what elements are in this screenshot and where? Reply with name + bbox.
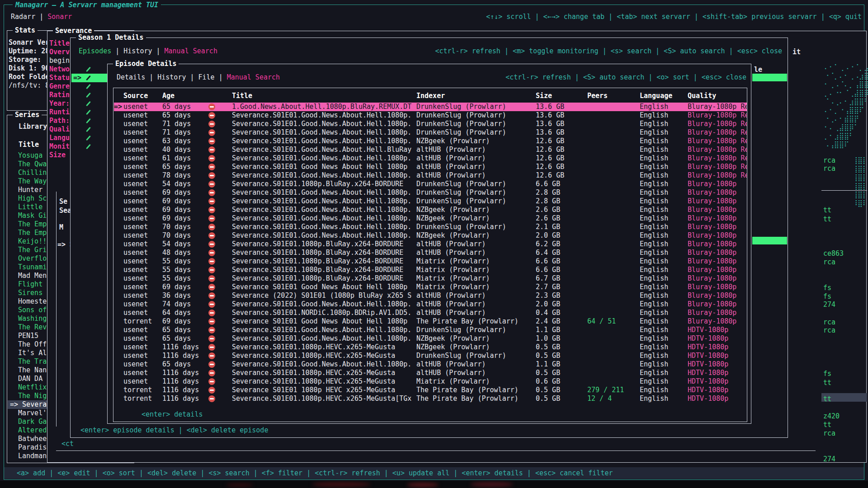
cell-indexer: DrunkenSlug (Prowlarr)	[416, 352, 536, 360]
cell-indexer: Miatrix (Prowlarr)	[416, 377, 536, 386]
search-result-row[interactable]: usenet 54 days Severance.S01E01.1080p.Bl…	[114, 180, 747, 188]
rejection-icon	[208, 223, 232, 231]
cell-quality: Bluray-1080p Re	[688, 120, 747, 128]
search-result-row[interactable]: usenet 71 days Severance.S01E01.Good.New…	[114, 120, 747, 128]
cell-quality: Bluray-1080p	[688, 231, 747, 240]
cell-quality: HDTV-1080p	[688, 326, 747, 334]
search-result-row[interactable]: torrent 1116 days Severance S01E01 1080p…	[114, 386, 747, 394]
search-result-row[interactable]: usenet 40 days Severance.S01E01.Good.New…	[114, 145, 747, 154]
search-result-row[interactable]: usenet 36 days Severance (2022) S01E01 (…	[114, 291, 747, 300]
search-result-row[interactable]: usenet 65 days Severance.S01E01.Good.New…	[114, 326, 747, 334]
search-result-row[interactable]: usenet 48 days Severance.S01E01.1080p.Bl…	[114, 249, 747, 257]
search-result-row[interactable]: usenet 1116 days Severance.S01E01.1080p.…	[114, 377, 747, 386]
season-modal-tab[interactable]: Manual Search	[165, 47, 217, 55]
search-result-row[interactable]: usenet 78 days Severance.S01E01.Good.New…	[114, 171, 747, 180]
servarr-tab[interactable]: Radarr	[11, 13, 47, 21]
search-result-row[interactable]: usenet 69 days Severance.S01E01.Good.New…	[114, 206, 747, 214]
episode-row-fragment[interactable]	[71, 142, 108, 151]
cell-age: 1116 days	[162, 394, 208, 403]
cell-size: 2.1 GB	[536, 223, 587, 231]
search-result-row[interactable]: usenet 63 days Severance.S01E01.Good.New…	[114, 137, 747, 145]
search-result-row[interactable]: usenet 70 days Severance.S01E01.Good.New…	[114, 223, 747, 231]
tab-library[interactable]: Library	[19, 122, 47, 131]
search-result-row[interactable]: usenet 64 days Severance.S01E01.NORDiC.1…	[114, 309, 747, 317]
detail-field-label: Year:	[49, 99, 72, 108]
app-title: Managarr — A Servarr management TUI	[13, 1, 161, 9]
search-result-row[interactable]: usenet 55 days Severance.S01E01.1080p.Bl…	[114, 274, 747, 283]
cell-age: 1116 days	[162, 369, 208, 377]
cell-source: torrent	[123, 386, 162, 394]
rejection-icon	[208, 326, 232, 334]
cell-language: English	[640, 300, 688, 309]
episode-modal-tab[interactable]: File	[198, 73, 227, 81]
search-result-row[interactable]: => usenet 65 days 1.Good.News.About.Hell…	[114, 103, 747, 111]
episode-details-modal: Episode Details DetailsHistoryFileManual…	[107, 64, 751, 424]
cell-release-title: Severance.S01E01.Good.News.About.Hell.10…	[232, 300, 416, 309]
episode-modal-tab[interactable]: Details	[117, 73, 157, 81]
cell-language: English	[640, 326, 688, 334]
search-result-row[interactable]: usenet 69 days Severance.S01E01.Good.New…	[114, 188, 747, 197]
search-result-row[interactable]: usenet 61 days Severance.S01E01.Good.New…	[114, 154, 747, 163]
global-navigation-keybinds: <↑↓> scroll | <←→> change tab | <tab> ne…	[486, 13, 862, 21]
results-table-header: SourceAgeTitleIndexerSizePeersLanguageQu…	[114, 92, 747, 100]
search-result-row[interactable]: usenet 65 days Severance.S01E01.Good.New…	[114, 334, 747, 343]
search-result-row[interactable]: usenet 69 days Severance.S01E01.Good.New…	[114, 197, 747, 206]
detail-field-label: Size	[49, 151, 72, 160]
cell-release-title: Severance.S01E01.Good.News.About.Hell.10…	[232, 171, 416, 180]
poster-art-line: ⢸⣿⡇	[853, 165, 868, 174]
search-result-row[interactable]: usenet 74 days Severance.S01E01.Good.New…	[114, 300, 747, 309]
episode-row-fragment[interactable]	[71, 134, 108, 142]
rejection-icon	[208, 137, 232, 145]
search-result-row[interactable]: usenet 65 days Severance.S01E01 Good New…	[114, 163, 747, 171]
episode-modal-tab[interactable]: Manual Search	[227, 73, 280, 81]
search-result-row[interactable]: usenet 54 days Severance.S01E01.1080p.Bl…	[114, 240, 747, 249]
search-result-row[interactable]: usenet 65 days Severance.S01E01.Good.New…	[114, 111, 747, 120]
edit-pencil-icon	[86, 101, 91, 107]
servarr-tabs: RadarrSonarr	[11, 13, 72, 21]
season-modal-tab[interactable]: Episodes	[79, 47, 123, 55]
episode-row-fragment[interactable]	[71, 91, 108, 99]
episode-row-fragment[interactable]	[71, 117, 108, 125]
cell-indexer: altHUB (Prowlarr)	[416, 163, 536, 171]
search-result-row[interactable]: usenet 69 days Severance.S01E01.Good.New…	[114, 214, 747, 223]
column-header: Peers	[587, 92, 640, 100]
cell-source: usenet	[123, 300, 162, 309]
row-selection-marker	[71, 82, 73, 90]
episode-modal-tab[interactable]: History	[157, 73, 198, 81]
episode-row-fragment[interactable]	[71, 125, 108, 134]
cell-release-title: Severance.S01E01.1080p.BluRay.x264-BORDU…	[232, 257, 416, 266]
search-result-row[interactable]: usenet 55 days Severance.S01E01.1080p.Bl…	[114, 266, 747, 274]
cell-quality: HDTV-1080p	[688, 394, 747, 403]
rejection-icon	[208, 394, 232, 403]
search-result-row[interactable]: usenet 70 days Severance.S01E01.Good.New…	[114, 231, 747, 240]
search-result-row[interactable]: usenet 69 days Severance S01E01 Good New…	[114, 283, 747, 291]
search-result-row[interactable]: usenet 65 days Severance.S01E01.Good.New…	[114, 360, 747, 369]
episode-row-fragment[interactable]	[71, 82, 108, 91]
cell-age: 64 days	[162, 309, 208, 317]
cell-size: 6.2 GB	[536, 240, 587, 249]
episode-row-fragment[interactable]	[71, 108, 108, 117]
season-modal-tab[interactable]: History	[123, 47, 164, 55]
search-result-row[interactable]: usenet 55 days Severance.S01E01.1080p.Bl…	[114, 257, 747, 266]
search-result-row[interactable]: torrent 1116 days Severance.S01E01.1080p…	[114, 394, 747, 403]
search-result-row[interactable]: usenet 1116 days Severance.S01E01.1080p.…	[114, 352, 747, 360]
cell-source: usenet	[123, 360, 162, 369]
cell-language: English	[640, 154, 688, 163]
search-result-row[interactable]: usenet 71 days Severance.S01E01.Good.New…	[114, 128, 747, 137]
background-text-fragment: le	[754, 66, 762, 74]
background-blob	[226, 483, 253, 487]
cell-source: usenet	[123, 240, 162, 249]
edit-pencil-icon	[86, 127, 91, 132]
search-result-row[interactable]: usenet 1116 days Severance.S01E01.1080p.…	[114, 343, 747, 352]
episode-row-fragment[interactable]	[71, 65, 108, 74]
servarr-tab[interactable]: Sonarr	[47, 13, 72, 21]
edit-pencil-icon	[86, 75, 91, 81]
cell-source: usenet	[123, 257, 162, 266]
detail-field-label: Netwo	[49, 65, 72, 74]
cell-release-title: Severance S01E01 Good News About Hell 10…	[232, 317, 416, 326]
episode-row-fragment[interactable]: =>	[71, 74, 108, 82]
episode-row-fragment[interactable]	[71, 99, 108, 108]
cell-size: 12.6 GB	[536, 145, 587, 154]
search-result-row[interactable]: usenet 1116 days Severance.S01E01.1080p.…	[114, 369, 747, 377]
search-result-row[interactable]: torrent 69 days Severance S01E01 Good Ne…	[114, 317, 747, 326]
